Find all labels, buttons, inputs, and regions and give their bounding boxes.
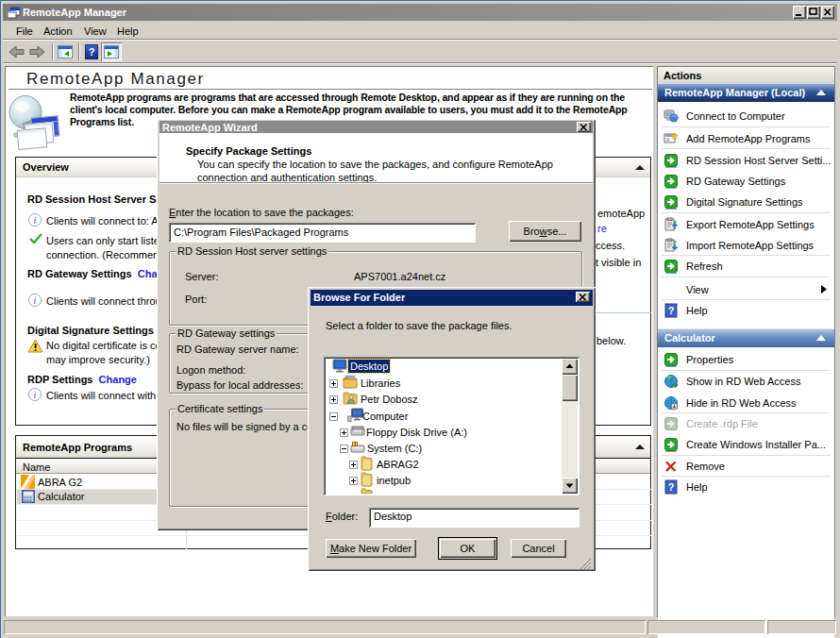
svg-text:?: ? xyxy=(668,481,675,493)
svg-text:i: i xyxy=(34,215,37,226)
svg-text:i: i xyxy=(34,390,37,400)
svg-text:i: i xyxy=(34,295,37,306)
svg-text:?: ? xyxy=(668,305,675,316)
